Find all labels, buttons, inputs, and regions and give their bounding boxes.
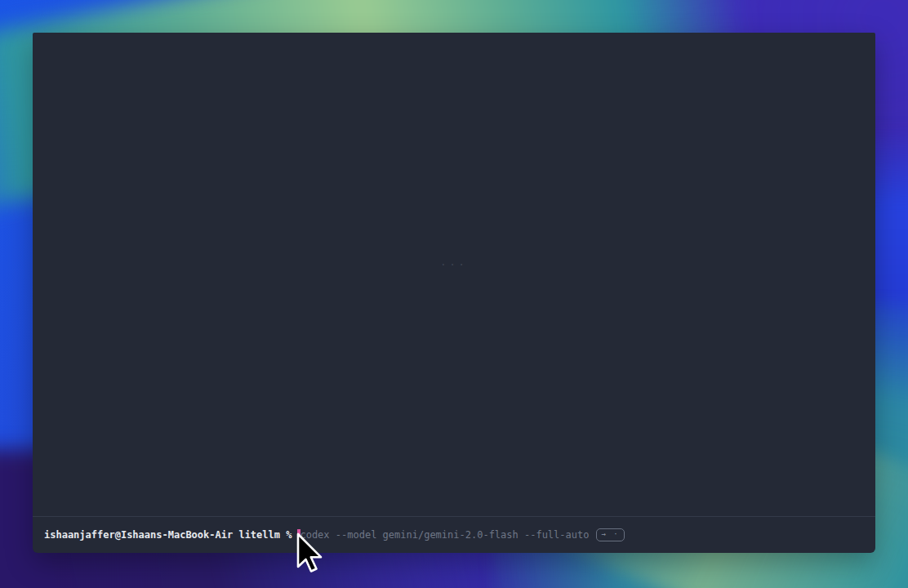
terminal-divider [33,516,875,517]
terminal-window[interactable]: ··· ishaanjaffer@Ishaans-MacBook-Air lit… [33,33,875,553]
desktop: ··· ishaanjaffer@Ishaans-MacBook-Air lit… [0,0,908,588]
autosuggest-command: codex --model gemini/gemini-2.0-flash --… [300,529,589,541]
terminal-prompt-line[interactable]: ishaanjaffer@Ishaans-MacBook-Air litellm… [44,521,867,549]
terminal-faded-ellipsis: ··· [33,260,875,270]
shell-prompt: ishaanjaffer@Ishaans-MacBook-Air litellm… [44,529,292,541]
tab-key-hint: → · [596,528,624,541]
